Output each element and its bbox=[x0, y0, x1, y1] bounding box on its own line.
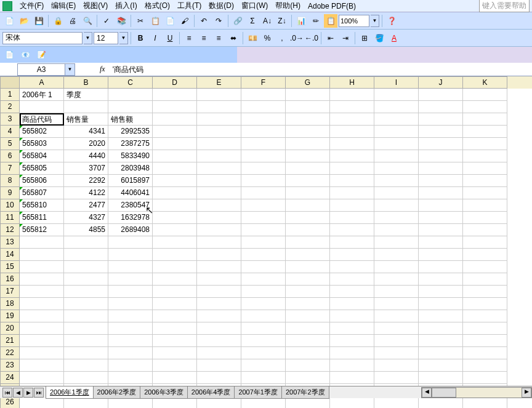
cell-J17[interactable] bbox=[419, 286, 463, 298]
cell-F22[interactable] bbox=[241, 347, 286, 359]
cell-I2[interactable] bbox=[374, 101, 419, 113]
cell-D21[interactable] bbox=[153, 335, 197, 347]
cell-D22[interactable] bbox=[153, 347, 197, 359]
cell-E20[interactable] bbox=[197, 322, 241, 335]
cell-G8[interactable] bbox=[286, 175, 330, 187]
cell-E10[interactable] bbox=[197, 199, 241, 212]
cell-K12[interactable] bbox=[463, 224, 507, 236]
cell-H10[interactable] bbox=[330, 199, 374, 212]
undo-icon[interactable]: ↶ bbox=[197, 14, 211, 28]
cell-J2[interactable] bbox=[419, 101, 463, 113]
cell-K19[interactable] bbox=[463, 310, 507, 322]
chart-icon[interactable]: 📊 bbox=[294, 14, 308, 28]
cell-G17[interactable] bbox=[286, 286, 330, 298]
row-header-17[interactable]: 17 bbox=[0, 286, 20, 298]
cell-D11[interactable] bbox=[153, 212, 197, 224]
cell-B1[interactable]: 季度 bbox=[64, 89, 108, 101]
inc-decimal-icon[interactable]: .0→ bbox=[290, 31, 304, 45]
menu-window[interactable]: 窗口(W) bbox=[238, 0, 272, 12]
cell-J11[interactable] bbox=[419, 212, 463, 224]
cell-K17[interactable] bbox=[463, 286, 507, 298]
cell-G11[interactable] bbox=[286, 212, 330, 224]
copy-icon[interactable]: 📋 bbox=[148, 14, 162, 28]
col-header-J[interactable]: J bbox=[419, 76, 463, 89]
cell-K18[interactable] bbox=[463, 298, 507, 310]
cell-G10[interactable] bbox=[286, 199, 330, 212]
cell-E17[interactable] bbox=[197, 286, 241, 298]
row-header-16[interactable]: 16 bbox=[0, 273, 20, 286]
cell-D19[interactable] bbox=[153, 310, 197, 322]
scroll-right-icon[interactable]: ▶ bbox=[522, 388, 531, 398]
cell-H21[interactable] bbox=[330, 335, 374, 347]
cell-B6[interactable]: 4440 bbox=[64, 150, 108, 162]
cell-B10[interactable]: 2477 bbox=[64, 199, 108, 212]
merge-icon[interactable]: ⬌ bbox=[227, 31, 240, 45]
cell-E22[interactable] bbox=[197, 347, 241, 359]
row-header-7[interactable]: 7 bbox=[0, 162, 20, 175]
cell-A4[interactable]: 565802 bbox=[20, 126, 64, 138]
menu-edit[interactable]: 编辑(E) bbox=[47, 0, 79, 12]
cell-K14[interactable] bbox=[463, 249, 507, 261]
cell-F7[interactable] bbox=[241, 162, 286, 175]
cell-A14[interactable] bbox=[20, 249, 64, 261]
cell-C21[interactable] bbox=[108, 335, 153, 347]
cell-B24[interactable] bbox=[64, 372, 108, 384]
menu-help[interactable]: 帮助(H) bbox=[272, 0, 304, 12]
cell-D18[interactable] bbox=[153, 298, 197, 310]
row-header-22[interactable]: 22 bbox=[0, 347, 20, 359]
cell-I9[interactable] bbox=[374, 187, 419, 199]
cell-A5[interactable]: 565803 bbox=[20, 138, 64, 150]
cell-F5[interactable] bbox=[241, 138, 286, 150]
row-header-4[interactable]: 4 bbox=[0, 126, 20, 138]
cell-C20[interactable] bbox=[108, 322, 153, 335]
cell-G12[interactable] bbox=[286, 224, 330, 236]
cell-H14[interactable] bbox=[330, 249, 374, 261]
cell-B22[interactable] bbox=[64, 347, 108, 359]
cell-J10[interactable] bbox=[419, 199, 463, 212]
cell-B18[interactable] bbox=[64, 298, 108, 310]
sheet-tab-1[interactable]: 2006年2季度 bbox=[93, 386, 141, 399]
cell-K10[interactable] bbox=[463, 199, 507, 212]
cell-J13[interactable] bbox=[419, 236, 463, 249]
cell-A17[interactable] bbox=[20, 286, 64, 298]
cell-I5[interactable] bbox=[374, 138, 419, 150]
cell-K13[interactable] bbox=[463, 236, 507, 249]
sort-asc-icon[interactable]: A↓ bbox=[260, 14, 274, 28]
zoom-input[interactable]: 100% bbox=[339, 15, 369, 27]
cell-E16[interactable] bbox=[197, 273, 241, 286]
cell-J20[interactable] bbox=[419, 322, 463, 335]
cell-G13[interactable] bbox=[286, 236, 330, 249]
cell-K6[interactable] bbox=[463, 150, 507, 162]
row-header-5[interactable]: 5 bbox=[0, 138, 20, 150]
cell-F16[interactable] bbox=[241, 273, 286, 286]
cell-K2[interactable] bbox=[463, 101, 507, 113]
row-header-1[interactable]: 1 bbox=[0, 89, 20, 101]
cell-B14[interactable] bbox=[64, 249, 108, 261]
cell-G19[interactable] bbox=[286, 310, 330, 322]
cell-C22[interactable] bbox=[108, 347, 153, 359]
cell-A21[interactable] bbox=[20, 335, 64, 347]
cell-J23[interactable] bbox=[419, 359, 463, 372]
cell-A13[interactable] bbox=[20, 236, 64, 249]
cell-F24[interactable] bbox=[241, 372, 286, 384]
cell-E1[interactable] bbox=[197, 89, 241, 101]
cell-C17[interactable] bbox=[108, 286, 153, 298]
cell-K5[interactable] bbox=[463, 138, 507, 150]
cell-E7[interactable] bbox=[197, 162, 241, 175]
cell-E14[interactable] bbox=[197, 249, 241, 261]
cell-E18[interactable] bbox=[197, 298, 241, 310]
cell-C5[interactable]: 2387275 bbox=[108, 138, 153, 150]
cell-F19[interactable] bbox=[241, 310, 286, 322]
cell-D23[interactable] bbox=[153, 359, 197, 372]
cell-K11[interactable] bbox=[463, 212, 507, 224]
cell-C14[interactable] bbox=[108, 249, 153, 261]
cell-H9[interactable] bbox=[330, 187, 374, 199]
cell-A11[interactable]: 565811 bbox=[20, 212, 64, 224]
cell-A9[interactable]: 565807 bbox=[20, 187, 64, 199]
cell-F12[interactable] bbox=[241, 224, 286, 236]
cell-B5[interactable]: 2020 bbox=[64, 138, 108, 150]
cell-E3[interactable] bbox=[197, 113, 241, 126]
cell-C24[interactable] bbox=[108, 372, 153, 384]
cell-J16[interactable] bbox=[419, 273, 463, 286]
cell-J24[interactable] bbox=[419, 372, 463, 384]
